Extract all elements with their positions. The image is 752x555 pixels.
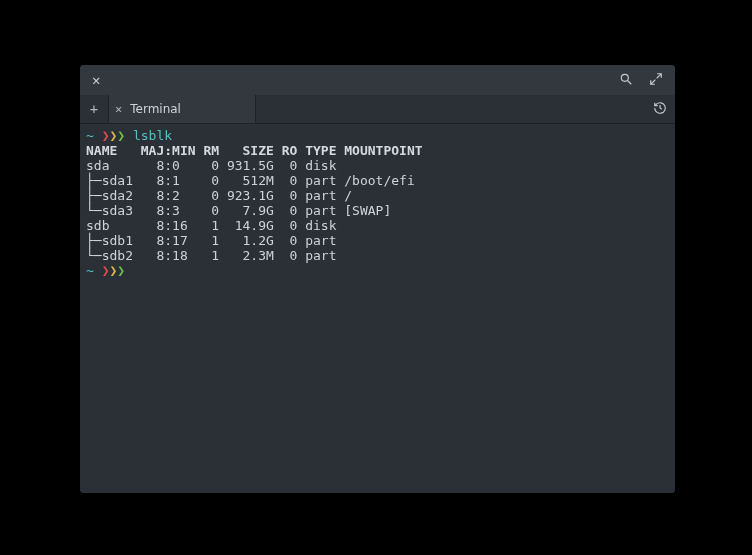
output-row: ├─sda1 8:1 0 512M 0 part /boot/efi [86,173,415,188]
search-icon[interactable] [615,70,637,91]
prompt-cwd: ~ [86,128,94,143]
tab-bar: + ✕ Terminal [80,95,675,124]
svg-line-2 [657,73,662,78]
command-text: lsblk [133,128,172,143]
history-icon[interactable] [653,101,667,118]
output-row: ├─sdb1 8:17 1 1.2G 0 part [86,233,344,248]
tabbar-right [256,95,675,123]
output-row: └─sda3 8:3 0 7.9G 0 part [SWAP] [86,203,391,218]
terminal-window: ✕ + ✕ Terminal ~ ❯❯❯ lsblk NAME MAJ:MIN … [80,65,675,493]
output-row: sdb 8:16 1 14.9G 0 disk [86,218,344,233]
prompt-arrow-icon: ❯ [117,263,125,278]
prompt-cwd: ~ [86,263,94,278]
output-row: └─sdb2 8:18 1 2.3M 0 part [86,248,344,263]
fullscreen-icon[interactable] [645,70,667,91]
window-close-button[interactable]: ✕ [88,70,104,90]
window-titlebar: ✕ [80,65,675,95]
output-row: sda 8:0 0 931.5G 0 disk [86,158,344,173]
svg-point-0 [621,74,628,81]
output-header: NAME MAJ:MIN RM SIZE RO TYPE MOUNTPOINT [86,143,423,158]
tab-terminal[interactable]: ✕ Terminal [109,95,256,123]
svg-line-1 [628,80,632,84]
output-row: ├─sda2 8:2 0 923.1G 0 part / [86,188,352,203]
prompt-arrow-icon: ❯ [117,128,125,143]
terminal-body[interactable]: ~ ❯❯❯ lsblk NAME MAJ:MIN RM SIZE RO TYPE… [80,124,675,493]
tab-label: Terminal [130,102,181,116]
svg-line-3 [651,79,656,84]
tab-close-button[interactable]: ✕ [115,102,122,116]
new-tab-button[interactable]: + [80,95,109,123]
